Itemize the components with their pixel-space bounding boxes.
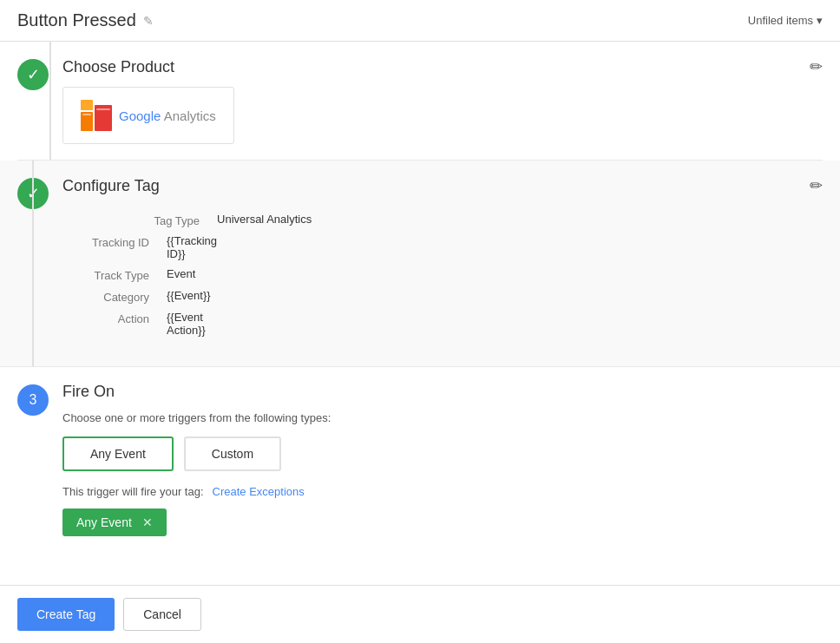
trigger-buttons: Any Event Custom — [62, 436, 823, 471]
connector-line-1 — [49, 42, 51, 160]
svg-rect-1 — [81, 100, 93, 110]
remove-tag-icon[interactable]: ✕ — [142, 515, 153, 529]
active-tag-badge: Any Event ✕ — [62, 508, 167, 536]
create-tag-button[interactable]: Create Tag — [17, 598, 115, 631]
choose-product-title: Choose Product — [62, 58, 174, 76]
config-fields: Tag Type Universal Analytics Tracking ID… — [62, 206, 823, 351]
footer: Create Tag Cancel — [0, 585, 840, 643]
config-row-category: Category {{Event}} — [62, 289, 217, 304]
configure-tag-section: ✓ Configure Tag ✏ Tag Type Universal Ana… — [0, 161, 840, 367]
main-content: ✓ Choose Product ✏ — [0, 42, 840, 552]
any-event-trigger-button[interactable]: Any Event — [62, 436, 174, 471]
ga-logo — [81, 100, 112, 131]
title-edit-icon[interactable]: ✎ — [143, 14, 154, 28]
tag-type-label: Tag Type — [62, 213, 217, 227]
page-title: Button Pressed — [17, 10, 136, 30]
track-type-value: Event — [167, 267, 195, 282]
custom-trigger-button[interactable]: Custom — [184, 436, 281, 471]
chevron-down-icon: ▾ — [817, 14, 823, 27]
action-value: {{Event Action}} — [167, 311, 217, 337]
configure-tag-body: Configure Tag ✏ Tag Type Universal Analy… — [62, 176, 823, 351]
category-value: {{Event}} — [167, 289, 211, 304]
trigger-description: Choose one or more triggers from the fol… — [62, 411, 823, 424]
checkmark-icon: ✓ — [27, 65, 40, 84]
choose-product-body: Choose Product ✏ — [62, 57, 823, 144]
choose-product-section: ✓ Choose Product ✏ — [17, 42, 823, 161]
cancel-button[interactable]: Cancel — [123, 598, 201, 631]
unfiled-label: Unfiled items — [748, 14, 813, 27]
step1-icon: ✓ — [17, 59, 49, 90]
page-wrapper: Button Pressed ✎ Unfiled items ▾ ✓ Choos… — [0, 0, 840, 643]
config-row-action: Action {{Event Action}} — [62, 311, 217, 337]
google-text: Google — [119, 108, 161, 123]
trigger-tag-line: This trigger will fire your tag: Create … — [62, 485, 823, 498]
step3-icon: 3 — [17, 384, 49, 416]
choose-product-header: Choose Product ✏ — [62, 57, 823, 76]
step3-number: 3 — [30, 392, 37, 408]
configure-tag-title: Configure Tag — [62, 177, 160, 195]
tag-type-value: Universal Analytics — [217, 213, 823, 227]
active-tag-label: Any Event — [76, 515, 132, 529]
tracking-id-value: {{Tracking ID}} — [167, 234, 217, 260]
ga-name-label: Google Analytics — [119, 108, 216, 123]
connector-line-2 — [32, 161, 34, 366]
configure-tag-edit-icon[interactable]: ✏ — [810, 176, 823, 195]
fire-on-title: Fire On — [62, 383, 115, 401]
config-row-tracking-id: Tracking ID {{Tracking ID}} — [62, 234, 217, 260]
svg-rect-3 — [82, 114, 91, 115]
config-row-tag-type: Tag Type Universal Analytics — [62, 213, 823, 227]
unfiled-items-button[interactable]: Unfiled items ▾ — [748, 14, 823, 27]
category-label: Category — [62, 289, 167, 304]
fire-on-body: Fire On Choose one or more triggers from… — [62, 383, 823, 536]
tag-line-text: This trigger will fire your tag: — [62, 485, 204, 498]
fire-on-section: 3 Fire On Choose one or more triggers fr… — [17, 367, 823, 552]
svg-rect-4 — [96, 108, 110, 110]
google-analytics-card[interactable]: Google Analytics — [62, 87, 234, 144]
create-exceptions-link[interactable]: Create Exceptions — [213, 485, 305, 498]
config-row-track-type: Track Type Event — [62, 267, 217, 282]
track-type-label: Track Type — [62, 267, 167, 282]
choose-product-edit-icon[interactable]: ✏ — [810, 57, 823, 76]
tracking-id-label: Tracking ID — [62, 234, 167, 260]
action-label: Action — [62, 311, 167, 337]
analytics-text: Analytics — [161, 108, 215, 123]
fire-on-header: Fire On — [62, 383, 823, 401]
header: Button Pressed ✎ Unfiled items ▾ — [0, 0, 840, 42]
configure-tag-header: Configure Tag ✏ — [62, 176, 823, 195]
header-title-area: Button Pressed ✎ — [17, 10, 154, 30]
